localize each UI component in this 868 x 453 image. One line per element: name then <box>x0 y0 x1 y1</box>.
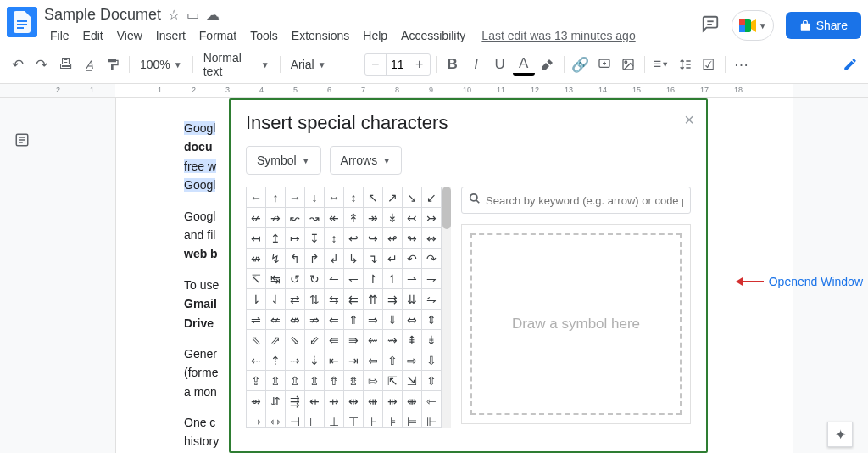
search-input[interactable] <box>486 194 683 207</box>
zoom-select[interactable]: 100%▼ <box>135 58 187 71</box>
char-cell[interactable]: ⇬ <box>286 371 305 391</box>
paint-format-button[interactable] <box>102 53 124 76</box>
char-cell[interactable]: ↟ <box>344 208 364 228</box>
char-cell[interactable]: ↕ <box>344 187 364 208</box>
char-cell[interactable]: ↣ <box>422 208 442 228</box>
category-select[interactable]: Symbol▼ <box>246 146 321 175</box>
char-cell[interactable]: ↸ <box>247 269 266 289</box>
doc-title[interactable]: Sample Documet <box>44 6 161 24</box>
char-cell[interactable]: ↪ <box>364 228 383 249</box>
menu-format[interactable]: Format <box>193 25 242 46</box>
search-box[interactable] <box>461 187 691 214</box>
char-cell[interactable]: ↷ <box>422 249 442 269</box>
char-cell[interactable]: ↽ <box>344 269 364 289</box>
char-cell[interactable]: ⇜ <box>364 330 383 350</box>
spellcheck-button[interactable]: A̲ <box>78 53 100 76</box>
image-button[interactable] <box>617 53 639 76</box>
print-button[interactable]: 🖶 <box>54 53 76 76</box>
char-cell[interactable]: ↖ <box>364 187 383 208</box>
char-cell[interactable]: ↻ <box>305 269 325 289</box>
char-cell[interactable]: ⇹ <box>344 391 364 411</box>
char-cell[interactable]: ⇀ <box>403 269 422 289</box>
char-cell[interactable]: ↼ <box>325 269 344 289</box>
char-cell[interactable]: ⇡ <box>266 350 286 371</box>
outline-toggle[interactable] <box>12 130 32 150</box>
char-cell[interactable]: ⇝ <box>383 330 403 350</box>
char-cell[interactable]: ⇑ <box>344 310 364 330</box>
move-icon[interactable]: ▭ <box>186 7 199 23</box>
italic-button[interactable]: I <box>465 53 487 76</box>
edit-mode-button[interactable] <box>839 53 861 76</box>
char-cell[interactable]: ⇇ <box>344 289 364 310</box>
char-cell[interactable]: ⇊ <box>403 289 422 310</box>
char-cell[interactable]: ⇕ <box>422 310 442 330</box>
underline-button[interactable]: U <box>489 53 511 76</box>
menu-accessibility[interactable]: Accessibility <box>395 25 471 46</box>
char-cell[interactable]: ↶ <box>403 249 422 269</box>
char-cell[interactable]: ↨ <box>325 228 344 249</box>
undo-button[interactable]: ↶ <box>7 53 29 76</box>
char-cell[interactable]: ↙ <box>422 187 442 208</box>
char-cell[interactable]: ↡ <box>383 208 403 228</box>
char-cell[interactable]: ⇲ <box>403 371 422 391</box>
menu-insert[interactable]: Insert <box>150 25 192 46</box>
char-cell[interactable]: ⇫ <box>266 371 286 391</box>
char-cell[interactable]: ⇘ <box>286 330 305 350</box>
char-cell[interactable]: ⇅ <box>305 289 325 310</box>
char-cell[interactable]: ⇺ <box>364 391 383 411</box>
char-cell[interactable]: ⊧ <box>383 411 403 428</box>
char-cell[interactable]: ↚ <box>247 208 266 228</box>
char-cell[interactable]: ⇠ <box>247 350 266 371</box>
char-cell[interactable]: ⇏ <box>305 310 325 330</box>
cloud-icon[interactable]: ☁ <box>206 7 220 23</box>
char-cell[interactable]: ⇨ <box>403 350 422 371</box>
char-cell[interactable]: ↺ <box>286 269 305 289</box>
font-size-dec[interactable]: − <box>365 54 386 75</box>
char-cell[interactable]: ↢ <box>403 208 422 228</box>
char-cell[interactable]: ⇁ <box>422 269 442 289</box>
char-cell[interactable]: ↥ <box>266 228 286 249</box>
char-cell[interactable]: ↱ <box>305 249 325 269</box>
docs-logo[interactable] <box>7 7 37 37</box>
char-cell[interactable]: ↦ <box>286 228 305 249</box>
char-cell[interactable]: ↬ <box>403 228 422 249</box>
subcategory-select[interactable]: Arrows▼ <box>330 146 402 175</box>
char-cell[interactable]: ⇪ <box>247 371 266 391</box>
char-cell[interactable]: ↠ <box>364 208 383 228</box>
char-cell[interactable]: ↔ <box>325 187 344 208</box>
char-cell[interactable]: ↳ <box>344 249 364 269</box>
align-button[interactable]: ≡▼ <box>650 53 672 76</box>
more-button[interactable]: ⋯ <box>731 53 753 76</box>
highlight-button[interactable] <box>537 53 559 76</box>
menu-view[interactable]: View <box>111 25 148 46</box>
char-cell[interactable]: ⇳ <box>422 371 442 391</box>
char-cell[interactable]: ⇼ <box>403 391 422 411</box>
char-cell[interactable]: ⇈ <box>364 289 383 310</box>
char-cell[interactable]: ↿ <box>383 269 403 289</box>
char-cell[interactable]: ⇐ <box>325 310 344 330</box>
char-cell[interactable]: ⇣ <box>305 350 325 371</box>
char-cell[interactable]: ⇄ <box>286 289 305 310</box>
char-cell[interactable]: ⇆ <box>325 289 344 310</box>
menu-file[interactable]: File <box>44 25 75 46</box>
char-cell[interactable]: ⇷ <box>305 391 325 411</box>
char-cell[interactable]: ↮ <box>247 249 266 269</box>
char-cell[interactable]: ⇴ <box>247 391 266 411</box>
font-select[interactable]: Arial▼ <box>286 58 353 71</box>
char-cell[interactable]: ⇂ <box>247 289 266 310</box>
char-cell[interactable]: ⇎ <box>286 310 305 330</box>
char-cell[interactable]: ↫ <box>383 228 403 249</box>
char-cell[interactable]: ⇙ <box>305 330 325 350</box>
char-cell[interactable]: ⇱ <box>383 371 403 391</box>
char-cell[interactable]: ⇧ <box>383 350 403 371</box>
char-cell[interactable]: ⊨ <box>403 411 422 428</box>
char-cell[interactable]: ⊥ <box>325 411 344 428</box>
char-cell[interactable]: ↩ <box>344 228 364 249</box>
char-scrollbar[interactable] <box>442 187 451 428</box>
char-cell[interactable]: ← <box>247 187 266 208</box>
star-icon[interactable]: ☆ <box>168 7 180 23</box>
char-cell[interactable]: ⇾ <box>247 411 266 428</box>
char-cell[interactable]: ⇶ <box>286 391 305 411</box>
char-cell[interactable]: ⇓ <box>383 310 403 330</box>
char-cell[interactable]: ↓ <box>305 187 325 208</box>
